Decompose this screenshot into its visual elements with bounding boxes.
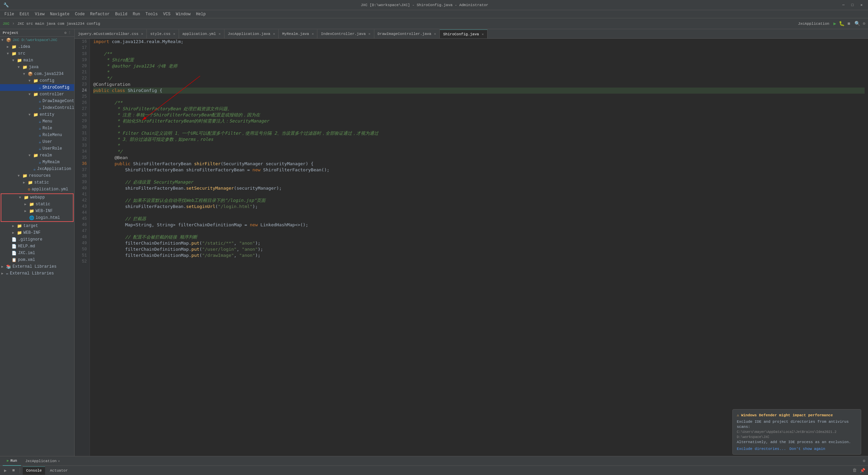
menu-code[interactable]: Code [72, 11, 87, 17]
close-run-icon[interactable]: ✕ [58, 459, 60, 463]
tree-item-external-libs[interactable]: ▶ 📚 External Libraries [0, 263, 74, 270]
tab-drawimage[interactable]: DrawImageController.java ✕ [374, 30, 440, 38]
sidebar-title: Project [3, 31, 18, 35]
menu-view[interactable]: View [32, 11, 47, 17]
package-icon: 📦 [28, 72, 33, 77]
close-icon[interactable]: ✕ [434, 32, 436, 36]
tab-style-css[interactable]: style.css ✕ [147, 30, 179, 38]
debug-button[interactable]: 🐛 [839, 21, 845, 26]
tree-item-config[interactable]: ▼ 📁 config [0, 77, 74, 84]
dont-show-again-button[interactable]: Don't show again [789, 447, 825, 451]
tree-item-indexcontroller[interactable]: ☕ IndexController [0, 104, 74, 111]
maximize-button[interactable]: □ [849, 2, 856, 8]
tree-item-com-java1234[interactable]: ▼ 📦 com.java1234 [0, 71, 74, 77]
tree-item-src[interactable]: ▼ 📁 src [0, 50, 74, 57]
clear-console-button[interactable]: 🗑 [851, 467, 858, 474]
close-icon[interactable]: ✕ [141, 32, 143, 36]
run-panel-header: ▶ Run JxcApplication ✕ ⚙ [0, 456, 868, 466]
tree-item-gitignore[interactable]: 📄 .gitignore [0, 236, 74, 243]
tree-item-jxciml[interactable]: 📄 JXC.iml [0, 250, 74, 256]
exclude-directories-button[interactable]: Exclude directories... [737, 447, 786, 451]
sidebar-gear-icon[interactable]: ⋮ [68, 31, 72, 35]
tree-item-jxcapp[interactable]: ☕ JxcApplication [0, 166, 74, 172]
pin-console-button[interactable]: 📌 [859, 467, 866, 474]
breadcrumb: JXC src main java com java1234 config [17, 22, 100, 26]
tree-item-menu[interactable]: ☕ Menu [0, 118, 74, 125]
tab-appyml[interactable]: application.yml ✕ [179, 30, 224, 38]
tab-scrollbar-css[interactable]: jquery.mCustomScrollbar.css ✕ [75, 30, 147, 38]
code-line-37: ShiroFilterFactoryBean shiroFilterFactor… [93, 167, 865, 173]
tree-item-java[interactable]: ▼ 📁 java [0, 64, 74, 71]
tree-label-extlibs: External Libraries [13, 264, 57, 269]
close-icon[interactable]: ✕ [312, 32, 314, 36]
restart-button[interactable]: ▶ [2, 467, 9, 474]
tree-item-myrealm[interactable]: ☕ MyRealm [0, 159, 74, 166]
actuator-tab[interactable]: Actuator [46, 467, 71, 475]
tree-item-rolemenu[interactable]: ☕ RoleMenu [0, 132, 74, 138]
tree-item-pomxml[interactable]: 📋 pom.xml [0, 256, 74, 263]
close-icon[interactable]: ✕ [219, 32, 221, 36]
menu-tools[interactable]: Tools [143, 11, 160, 17]
search-everywhere-button[interactable]: 🔍 [854, 21, 860, 26]
tree-item-controller[interactable]: ▼ 📁 controller [0, 91, 74, 98]
tree-item-static[interactable]: ▶ 📁 static [0, 179, 74, 186]
sidebar-settings-icon[interactable]: ⚙ [64, 31, 66, 35]
close-icon[interactable]: ✕ [482, 32, 484, 36]
tree-item-shiroconfig[interactable]: ☕ ShiroConfig [0, 84, 74, 91]
tree-item-target[interactable]: ▶ 📁 target [0, 223, 74, 229]
menu-vcs[interactable]: VCS [160, 11, 173, 17]
menu-navigate[interactable]: Navigate [47, 11, 72, 17]
close-icon[interactable]: ✕ [173, 32, 175, 36]
tree-item-entity[interactable]: ▼ 📁 entity [0, 111, 74, 118]
ln-25: 25 [77, 94, 87, 100]
tree-item-webinf2[interactable]: ▶ 📁 WEB-INF [0, 229, 74, 236]
run-button[interactable]: ▶ [833, 21, 836, 26]
tree-item-scratches[interactable]: ▶ ✏ External Libraries [0, 270, 74, 277]
tree-item-appyml[interactable]: ⚙ application.yml [0, 186, 74, 193]
menu-window[interactable]: Window [173, 11, 193, 17]
tree-item-static2[interactable]: ▶ 📁 static [1, 201, 73, 208]
close-button[interactable]: ✕ [858, 2, 865, 8]
menu-help[interactable]: Help [193, 11, 209, 17]
java-file-icon: ☕ [39, 99, 41, 104]
run-tab-run[interactable]: ▶ Run [3, 456, 21, 466]
run-tab-jxcapp[interactable]: JxcApplication ✕ [21, 456, 64, 466]
menu-run[interactable]: Run [130, 11, 143, 17]
ln-45: 45 [77, 216, 87, 222]
tab-label: jquery.mCustomScrollbar.css [78, 32, 138, 36]
tree-item-user[interactable]: ☕ User [0, 138, 74, 145]
settings-button[interactable]: ⚙ [863, 21, 865, 26]
tab-myrealm[interactable]: MyRealm.java ✕ [279, 30, 317, 38]
tree-item-userrole[interactable]: ☕ UserRole [0, 145, 74, 152]
ln-18: 18 [77, 51, 87, 57]
tab-jxcapp[interactable]: JxcApplication.java ✕ [224, 30, 279, 38]
tree-item-drawimage[interactable]: ☕ DrawImageController [0, 98, 74, 104]
tab-shiroconfig[interactable]: ShiroConfig.java ✕ [440, 30, 488, 38]
tree-item-login-html[interactable]: 🌐 login.html [1, 214, 73, 221]
run-tab-label: Run [11, 459, 17, 463]
tree-item-main[interactable]: ▼ 📁 main [0, 57, 74, 64]
minimize-button[interactable]: ─ [840, 2, 847, 8]
console-tab[interactable]: Console [23, 467, 45, 475]
tree-item-role[interactable]: ☕ Role [0, 125, 74, 132]
tree-item-idea[interactable]: ▶ 📁 .idea [0, 43, 74, 50]
tab-indexctrl[interactable]: IndexController.java ✕ [317, 30, 374, 38]
tree-item-helpmd[interactable]: 📄 HELP.md [0, 243, 74, 250]
menu-edit[interactable]: Edit [17, 11, 32, 17]
menu-refactor[interactable]: Refactor [87, 11, 113, 17]
tree-item-resources[interactable]: ▼ 📁 resources [0, 172, 74, 179]
tree-item-jxc[interactable]: ▼ 📦 JXC D:\workspace\JXC [0, 37, 74, 43]
close-icon[interactable]: ✕ [369, 32, 371, 36]
tree-item-webapp[interactable]: ▼ 📁 webapp [1, 194, 73, 201]
stop-button[interactable]: ■ [847, 21, 850, 26]
notification-body: Exclude IDE and project directories from… [737, 419, 857, 445]
stop-console-button[interactable]: ■ [10, 467, 17, 474]
code-area[interactable]: import com.java1234.realm.MyRealm; /** *… [90, 39, 868, 456]
close-icon[interactable]: ✕ [273, 32, 275, 36]
tree-item-webinf[interactable]: ▶ 📁 WEB-INF [1, 208, 73, 214]
tree-item-realm[interactable]: ▼ 📁 realm [0, 152, 74, 159]
code-line-16: import com.java1234.realm.MyRealm; [93, 39, 865, 45]
menu-file[interactable]: File [2, 11, 17, 17]
gear-icon[interactable]: ⚙ [863, 458, 865, 463]
menu-build[interactable]: Build [112, 11, 130, 17]
